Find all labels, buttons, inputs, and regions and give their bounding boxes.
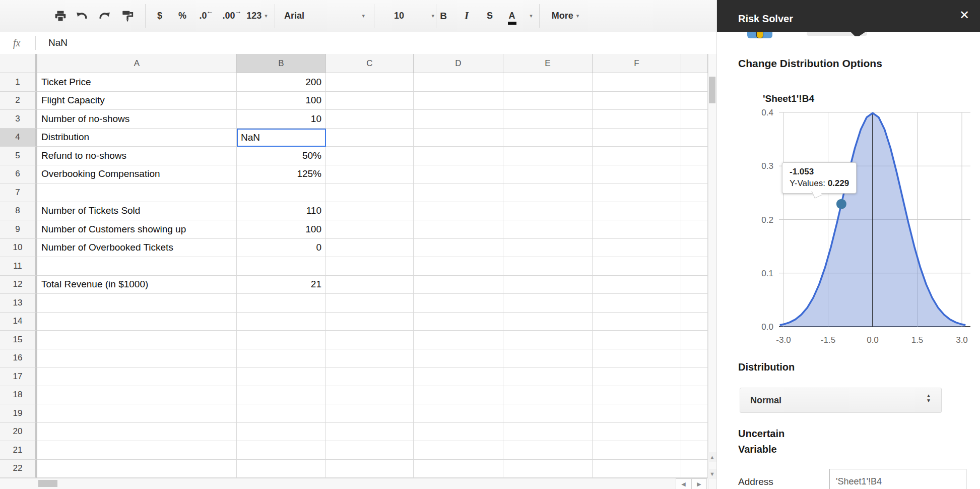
format-currency-button[interactable]: $ xyxy=(151,0,168,32)
cell-F3[interactable] xyxy=(593,110,681,129)
cell-G21[interactable] xyxy=(681,441,708,460)
bold-button[interactable]: B xyxy=(434,0,452,32)
cell-G17[interactable] xyxy=(681,368,708,386)
font-size-menu[interactable]: 10 ▾ xyxy=(389,0,439,32)
scroll-right-arrow[interactable]: ▶ xyxy=(691,478,707,489)
paint-format-button[interactable] xyxy=(117,0,138,32)
cell-A1[interactable]: Ticket Price xyxy=(37,73,237,92)
formula-input[interactable]: NaN xyxy=(48,32,68,54)
cell-E12[interactable] xyxy=(503,276,593,294)
select-all-corner[interactable] xyxy=(0,54,37,73)
cell-D3[interactable] xyxy=(414,110,503,129)
cell-D8[interactable] xyxy=(414,202,503,221)
cell-E10[interactable] xyxy=(503,239,593,258)
row-header-12[interactable]: 12 xyxy=(0,276,37,294)
cell-E21[interactable] xyxy=(503,441,593,460)
italic-button[interactable]: I xyxy=(458,0,476,32)
row-header-19[interactable]: 19 xyxy=(0,404,37,423)
cell-C4[interactable] xyxy=(326,129,414,147)
distribution-select[interactable]: Normal ▲▼ xyxy=(740,388,942,413)
cell-E13[interactable] xyxy=(503,294,593,313)
cell-A11[interactable] xyxy=(37,257,237,276)
cell-G3[interactable] xyxy=(681,110,708,129)
cell-G13[interactable] xyxy=(681,294,708,313)
cell-E18[interactable] xyxy=(503,386,593,405)
cell-C8[interactable] xyxy=(326,202,414,221)
redo-button[interactable] xyxy=(95,0,115,32)
cell-C6[interactable] xyxy=(326,165,414,184)
row-header-20[interactable]: 20 xyxy=(0,423,37,442)
increase-decimal-button[interactable]: .00 → xyxy=(220,0,238,32)
font-family-menu[interactable]: Arial ▾ xyxy=(281,0,368,32)
row-header-13[interactable]: 13 xyxy=(0,294,37,313)
cell-F14[interactable] xyxy=(593,313,681,331)
row-header-10[interactable]: 10 xyxy=(0,239,37,258)
cell-C15[interactable] xyxy=(326,331,414,349)
cell-G2[interactable] xyxy=(681,92,708,110)
cell-G4[interactable] xyxy=(681,129,708,147)
cell-B7[interactable] xyxy=(237,184,326,202)
cell-B15[interactable] xyxy=(237,331,326,349)
format-percent-button[interactable]: % xyxy=(173,0,191,32)
cell-D6[interactable] xyxy=(414,165,503,184)
cell-F8[interactable] xyxy=(593,202,681,221)
column-header-E[interactable]: E xyxy=(503,54,593,73)
row-header-6[interactable]: 6 xyxy=(0,165,37,184)
decrease-decimal-button[interactable]: .0 ← xyxy=(195,0,211,32)
cell-B9[interactable]: 100 xyxy=(237,220,326,239)
cell-A8[interactable]: Number of Tickets Sold xyxy=(37,202,237,221)
cell-B17[interactable] xyxy=(237,368,326,386)
row-header-18[interactable]: 18 xyxy=(0,386,37,405)
cell-E6[interactable] xyxy=(503,165,593,184)
column-header-A[interactable]: A xyxy=(37,54,237,73)
cell-G7[interactable] xyxy=(681,184,708,202)
cell-B22[interactable] xyxy=(237,460,326,478)
cell-D17[interactable] xyxy=(414,368,503,386)
cell-A5[interactable]: Refund to no-shows xyxy=(37,147,237,165)
cell-F5[interactable] xyxy=(593,147,681,165)
cell-D22[interactable] xyxy=(414,460,503,478)
cell-D14[interactable] xyxy=(414,313,503,331)
cell-A16[interactable] xyxy=(37,349,237,368)
cell-B3[interactable]: 10 xyxy=(237,110,326,129)
cell-A13[interactable] xyxy=(37,294,237,313)
row-header-22[interactable]: 22 xyxy=(0,460,37,478)
cell-D20[interactable] xyxy=(414,423,503,442)
cell-F6[interactable] xyxy=(593,165,681,184)
cell-B2[interactable]: 100 xyxy=(237,92,326,110)
cell-E20[interactable] xyxy=(503,423,593,442)
cell-E1[interactable] xyxy=(503,73,593,92)
cell-B18[interactable] xyxy=(237,386,326,405)
address-input[interactable] xyxy=(829,469,966,489)
horizontal-scrollbar-thumb[interactable] xyxy=(38,480,57,487)
cell-F16[interactable] xyxy=(593,349,681,368)
cell-D16[interactable] xyxy=(414,349,503,368)
cell-D11[interactable] xyxy=(414,257,503,276)
cell-C2[interactable] xyxy=(326,92,414,110)
vertical-scrollbar-track[interactable] xyxy=(708,54,717,489)
row-header-5[interactable]: 5 xyxy=(0,147,37,165)
cell-A10[interactable]: Number of Overbooked Tickets xyxy=(37,239,237,258)
highlighted-data-point[interactable] xyxy=(836,199,846,209)
cell-A7[interactable] xyxy=(37,184,237,202)
cell-F20[interactable] xyxy=(593,423,681,442)
cell-A2[interactable]: Flight Capacity xyxy=(37,92,237,110)
cell-F9[interactable] xyxy=(593,220,681,239)
cell-E9[interactable] xyxy=(503,220,593,239)
cell-E4[interactable] xyxy=(503,129,593,147)
cell-E16[interactable] xyxy=(503,349,593,368)
cell-F18[interactable] xyxy=(593,386,681,405)
distribution-chart[interactable]: 0.00.10.20.30.4-3.0-1.50.01.53.0 xyxy=(731,101,973,348)
cell-F19[interactable] xyxy=(593,404,681,423)
cell-E19[interactable] xyxy=(503,404,593,423)
cell-B1[interactable]: 200 xyxy=(237,73,326,92)
column-header-B[interactable]: B xyxy=(237,54,326,73)
cell-D7[interactable] xyxy=(414,184,503,202)
cell-A19[interactable] xyxy=(37,404,237,423)
cell-E11[interactable] xyxy=(503,257,593,276)
row-header-14[interactable]: 14 xyxy=(0,313,37,331)
cell-F4[interactable] xyxy=(593,129,681,147)
cell-G16[interactable] xyxy=(681,349,708,368)
cell-B5[interactable]: 50% xyxy=(237,147,326,165)
cell-A4[interactable]: Distribution xyxy=(37,129,237,147)
